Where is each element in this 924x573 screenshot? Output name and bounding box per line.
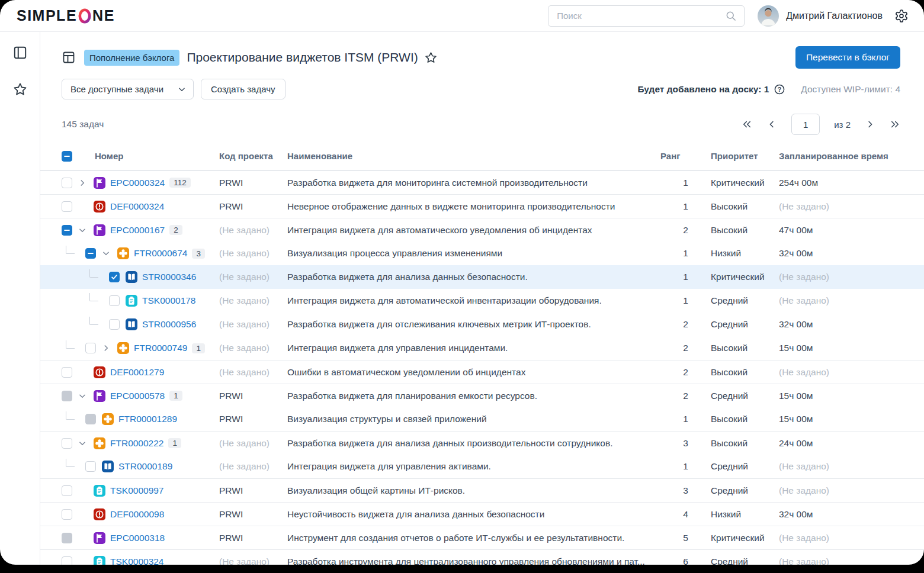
epic-flag-icon (94, 177, 105, 189)
row-checkbox[interactable] (62, 201, 72, 212)
chevron-down-icon[interactable] (102, 249, 117, 257)
task-link[interactable]: DEF0001279 (110, 367, 164, 378)
row-checkbox[interactable] (62, 178, 72, 188)
feature-icon (117, 247, 129, 259)
table-row[interactable]: EPC0000318PRWIИнструмент для создания от… (40, 526, 924, 549)
col-project[interactable]: Код проекта (219, 151, 287, 161)
table-row[interactable]: EPC0000324112PRWIРазработка виджета для … (40, 170, 924, 194)
task-name: Разработка виджета для анализа данных бе… (287, 272, 660, 282)
next-page-icon[interactable] (865, 119, 875, 130)
row-checkbox[interactable] (62, 556, 72, 565)
chevron-right-icon[interactable] (78, 179, 94, 187)
table-row[interactable]: STR0000956(Не задано)Разработка виджета … (40, 313, 924, 336)
row-checkbox (62, 533, 72, 543)
table-row[interactable]: TSK0000997PRWIВизуализация общей картины… (40, 478, 924, 502)
row-checkbox[interactable] (62, 509, 72, 520)
task-priority: Средний (711, 556, 779, 565)
table-row[interactable]: STR0000189(Не задано)Интеграция виджета … (40, 455, 924, 478)
col-rank[interactable]: Ранг (660, 151, 711, 161)
help-question-icon[interactable]: ? (774, 83, 785, 95)
table-row[interactable]: FTR00006743(Не задано)Визуализация проце… (40, 242, 924, 265)
task-priority: Критический (711, 178, 779, 188)
table-row[interactable]: FTR00007491(Не задано)Интеграция виджета… (40, 336, 924, 360)
page-number-input[interactable]: 1 (791, 114, 820, 135)
chevron-right-icon[interactable] (102, 344, 117, 352)
task-link[interactable]: EPC0000578 (110, 391, 165, 401)
task-link[interactable]: FTR0000222 (110, 438, 163, 449)
prev-page-icon[interactable] (766, 119, 777, 130)
task-link[interactable]: TSK0000997 (110, 485, 164, 496)
project-code: (Не задано) (219, 556, 287, 565)
title-star-icon[interactable] (424, 51, 438, 65)
col-name[interactable]: Наименование (287, 151, 660, 161)
task-priority: Средний (711, 295, 779, 306)
planned-time: (Не задано) (779, 367, 900, 378)
task-link[interactable]: EPC0000324 (110, 178, 165, 188)
page-header: Пополнение бэклога Проектирование виджет… (40, 32, 924, 69)
table-row[interactable]: TSK0000178(Не задано)Интеграция виджета … (40, 289, 924, 313)
row-checkbox[interactable] (62, 367, 72, 378)
table-row[interactable]: FTR00001289PRWIВизуализация структуры и … (40, 407, 924, 431)
table-row[interactable]: DEF0001279(Не задано)Ошибки в автоматиче… (40, 360, 924, 384)
task-link[interactable]: STR0000956 (142, 319, 196, 330)
user-name[interactable]: Дмитрий Галактионов (786, 11, 883, 21)
row-checkbox[interactable] (109, 319, 120, 330)
task-filter-select[interactable]: Все доступные задачи (62, 79, 194, 99)
row-checkbox[interactable] (85, 248, 96, 259)
settings-gear-icon[interactable] (894, 9, 909, 23)
task-link[interactable]: STR0000346 (142, 272, 196, 282)
col-number[interactable]: Номер (95, 151, 123, 161)
table-row[interactable]: STR0000346(Не задано)Разработка виджета … (40, 265, 924, 289)
row-checkbox[interactable] (109, 272, 120, 282)
search-input[interactable] (556, 10, 725, 21)
task-link[interactable]: DEF0000098 (110, 509, 164, 520)
col-priority[interactable]: Приоритет (711, 151, 779, 161)
task-link[interactable]: DEF0000324 (110, 201, 164, 212)
row-checkbox[interactable] (109, 295, 120, 306)
table-row[interactable]: FTR00002221(Не задано)Разработка виджета… (40, 431, 924, 455)
board-layout-icon[interactable] (62, 50, 76, 65)
select-all-checkbox[interactable] (62, 151, 72, 162)
create-task-button[interactable]: Создать задачу (201, 79, 285, 99)
task-rank: 2 (660, 367, 711, 378)
global-search[interactable] (548, 5, 745, 27)
table-row[interactable]: DEF0000324PRWIНеверное отображение данны… (40, 194, 924, 218)
task-link[interactable]: FTR0000749 (134, 343, 187, 353)
row-checkbox[interactable] (62, 485, 72, 496)
row-checkbox (62, 391, 72, 401)
favorites-star-icon[interactable] (12, 82, 28, 97)
task-rank: 2 (660, 319, 711, 330)
task-link[interactable]: FTR00001289 (118, 414, 177, 424)
table-row[interactable]: TSK0000324(Не задано)Разработка инструме… (40, 549, 924, 565)
user-avatar[interactable] (758, 5, 779, 27)
simpleone-logo[interactable]: SIMPLE NE (17, 7, 115, 24)
task-link[interactable]: EPC0000318 (110, 533, 165, 543)
sidebar-toggle-icon[interactable] (12, 45, 28, 60)
chevron-down-icon[interactable] (78, 439, 94, 448)
translate-to-backlog-button[interactable]: Перевести в бэклог (795, 46, 900, 69)
first-page-icon[interactable] (742, 119, 752, 130)
row-checkbox[interactable] (85, 461, 96, 472)
chevron-down-icon[interactable] (78, 226, 94, 234)
task-link[interactable]: TSK0000178 (142, 295, 196, 306)
planned-time: 15ч 00м (779, 343, 900, 353)
chevron-down-icon[interactable] (78, 392, 94, 400)
task-link[interactable]: FTR0000674 (134, 248, 187, 259)
project-code: PRWI (219, 391, 287, 401)
last-page-icon[interactable] (890, 119, 900, 130)
task-count: 145 задач (62, 119, 104, 130)
task-link[interactable]: TSK0000324 (110, 556, 164, 565)
feature-icon (94, 437, 105, 449)
table-row[interactable]: EPC00001672(Не задано)Интеграция виджета… (40, 218, 924, 242)
col-time[interactable]: Запланированное время (779, 151, 900, 161)
planned-time: (Не задано) (779, 201, 900, 212)
row-checkbox[interactable] (62, 225, 72, 236)
row-checkbox[interactable] (85, 343, 96, 353)
row-checkbox[interactable] (62, 438, 72, 449)
task-link[interactable]: EPC0000167 (110, 225, 165, 236)
table-row[interactable]: DEF0000098PRWIНеустойчивость виджета для… (40, 502, 924, 526)
task-link[interactable]: STR0000189 (118, 461, 172, 472)
task-icon (126, 295, 137, 307)
tree-connector-icon (66, 340, 75, 349)
table-row[interactable]: EPC00005781PRWIРазработка виджета для пл… (40, 384, 924, 407)
